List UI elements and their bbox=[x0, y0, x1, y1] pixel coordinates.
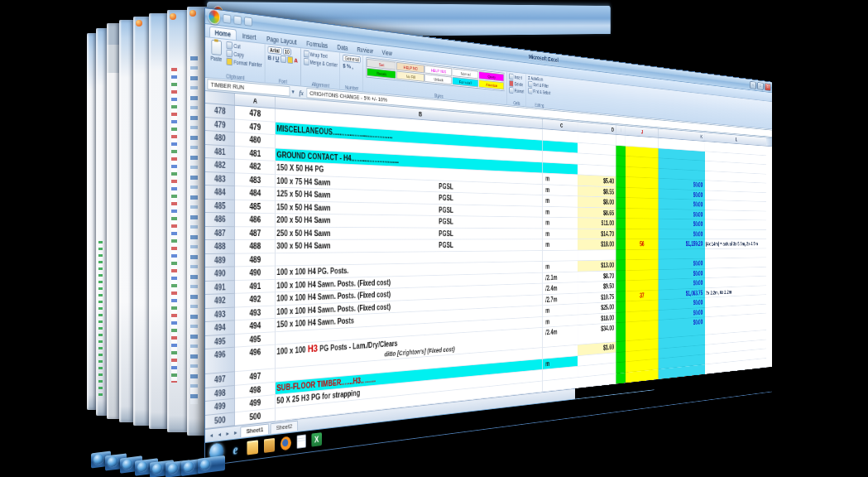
next-sheet-icon[interactable]: ► bbox=[224, 431, 231, 437]
cell-C489[interactable] bbox=[543, 250, 578, 262]
italic-button[interactable]: I bbox=[273, 55, 275, 62]
cell-I489[interactable] bbox=[616, 250, 626, 261]
cell-J486[interactable] bbox=[626, 219, 658, 229]
font-name-select[interactable]: Arial bbox=[268, 46, 282, 55]
row-header-490[interactable]: 490 bbox=[205, 267, 235, 281]
cell-I496[interactable] bbox=[616, 322, 626, 342]
format-cells-button[interactable]: Format bbox=[509, 87, 524, 94]
cell-C486[interactable]: m bbox=[543, 218, 578, 229]
row-header-486[interactable]: 486 bbox=[205, 213, 235, 227]
cell-J485[interactable] bbox=[626, 208, 658, 219]
background-window[interactable] bbox=[133, 17, 150, 426]
cell-C485[interactable]: m bbox=[543, 206, 578, 218]
cell-I488[interactable] bbox=[616, 239, 626, 250]
bold-button[interactable]: B bbox=[268, 54, 271, 61]
cell-I487[interactable] bbox=[616, 229, 626, 239]
cell-I481[interactable] bbox=[616, 166, 626, 177]
cell-I484[interactable] bbox=[616, 198, 626, 209]
underline-button[interactable]: U bbox=[276, 55, 279, 62]
find-select-button[interactable]: Find & Select bbox=[528, 88, 550, 96]
cell-style-formula-[interactable]: Formula? bbox=[453, 77, 478, 88]
row-header-482[interactable]: 482 bbox=[205, 158, 235, 173]
cell-I490[interactable] bbox=[616, 260, 626, 271]
row-header-488[interactable]: 488 bbox=[205, 240, 235, 254]
firefox-icon[interactable] bbox=[281, 436, 291, 450]
last-sheet-icon[interactable]: ► bbox=[233, 429, 239, 436]
cell-C483[interactable]: m bbox=[543, 185, 578, 197]
row-header-480[interactable]: 480 bbox=[205, 131, 235, 146]
cell-D488[interactable]: $18.00 bbox=[578, 239, 616, 250]
excel-icon[interactable]: X bbox=[311, 432, 321, 446]
cell-A496[interactable]: 496 bbox=[235, 345, 276, 373]
cell-K485[interactable]: $0.00 bbox=[659, 209, 706, 219]
cell-A485[interactable]: 485 bbox=[235, 200, 276, 214]
currency-button[interactable]: $ bbox=[343, 62, 345, 70]
cell-I485[interactable] bbox=[616, 208, 626, 219]
prev-sheet-icon[interactable]: ◄ bbox=[216, 431, 223, 438]
redo-icon[interactable] bbox=[244, 17, 252, 26]
cell-B487[interactable]: 250 x 50 H4 SawnPGSL bbox=[276, 227, 543, 240]
cell-C484[interactable]: m bbox=[543, 195, 578, 207]
close-button[interactable]: × bbox=[765, 83, 770, 91]
cell-I486[interactable] bbox=[616, 219, 626, 229]
cell-A484[interactable]: 484 bbox=[235, 186, 276, 200]
cell-L487[interactable] bbox=[705, 229, 766, 239]
cell-L488[interactable]: (4x 14m) = actual 3x 5.5m, 2x 4.5m bbox=[705, 239, 766, 249]
row-header-493[interactable]: 493 bbox=[205, 307, 235, 322]
notepad-icon[interactable] bbox=[297, 434, 306, 448]
cell-C490[interactable]: m bbox=[543, 261, 578, 272]
cell-C487[interactable]: m bbox=[543, 229, 578, 239]
select-all-corner[interactable] bbox=[205, 91, 235, 105]
background-window[interactable] bbox=[119, 20, 134, 422]
cell-D483[interactable]: $8.55 bbox=[578, 186, 616, 197]
cell-A486[interactable]: 486 bbox=[235, 213, 276, 227]
cell-D489[interactable] bbox=[578, 250, 616, 261]
cell-I495[interactable] bbox=[616, 312, 626, 323]
cell-D487[interactable]: $14.70 bbox=[578, 229, 616, 239]
cell-D485[interactable]: $8.65 bbox=[578, 207, 616, 219]
cell-I480[interactable] bbox=[616, 156, 626, 166]
cell-I483[interactable] bbox=[616, 187, 626, 198]
minimize-button[interactable]: – bbox=[750, 81, 755, 89]
cell-K489[interactable] bbox=[659, 249, 706, 260]
cell-A488[interactable]: 488 bbox=[235, 240, 276, 253]
row-header-487[interactable]: 487 bbox=[205, 227, 235, 241]
cell-I493[interactable] bbox=[616, 292, 626, 302]
cell-J489[interactable] bbox=[626, 249, 658, 260]
row-header-483[interactable]: 483 bbox=[205, 172, 235, 187]
row-header-489[interactable]: 489 bbox=[205, 253, 235, 267]
background-window[interactable] bbox=[96, 28, 108, 416]
row-header-485[interactable]: 485 bbox=[205, 200, 235, 214]
first-sheet-icon[interactable]: ◄ bbox=[208, 432, 214, 439]
comma-button[interactable]: , bbox=[352, 63, 353, 70]
cell-K487[interactable]: $0.00 bbox=[659, 229, 706, 239]
row-header-491[interactable]: 491 bbox=[205, 281, 235, 295]
paste-button[interactable]: Paste bbox=[208, 39, 224, 62]
row-header-484[interactable]: 484 bbox=[205, 186, 235, 200]
row-header-492[interactable]: 492 bbox=[205, 294, 235, 309]
row-header-481[interactable]: 481 bbox=[205, 145, 235, 160]
background-window[interactable] bbox=[149, 13, 168, 429]
office-button-icon[interactable] bbox=[208, 8, 220, 25]
percent-button[interactable]: % bbox=[347, 62, 351, 70]
column-header-I[interactable]: I bbox=[616, 125, 626, 135]
background-window[interactable] bbox=[107, 23, 120, 419]
font-color-button[interactable]: A bbox=[294, 57, 297, 65]
cell-J484[interactable] bbox=[626, 198, 658, 209]
cell-D490[interactable]: $13.00 bbox=[578, 260, 616, 272]
undo-icon[interactable] bbox=[233, 15, 242, 25]
cell-J483[interactable] bbox=[626, 187, 658, 199]
cell-I500[interactable] bbox=[616, 373, 626, 384]
cell-I479[interactable] bbox=[616, 145, 626, 156]
cell-L486[interactable] bbox=[705, 219, 766, 229]
row-header-496[interactable]: 496 bbox=[205, 348, 235, 374]
cell-I497[interactable] bbox=[616, 341, 626, 353]
cell-J487[interactable] bbox=[626, 229, 658, 240]
cell-K488[interactable]: $1,159.20 bbox=[659, 239, 706, 249]
cell-J488[interactable]: 56 bbox=[626, 239, 658, 250]
cell-D486[interactable]: $11.00 bbox=[578, 218, 616, 229]
background-window[interactable] bbox=[167, 10, 189, 432]
cell-J496[interactable] bbox=[626, 320, 658, 341]
cell-C488[interactable]: m bbox=[543, 239, 578, 250]
internet-explorer-icon[interactable]: e bbox=[230, 441, 242, 456]
